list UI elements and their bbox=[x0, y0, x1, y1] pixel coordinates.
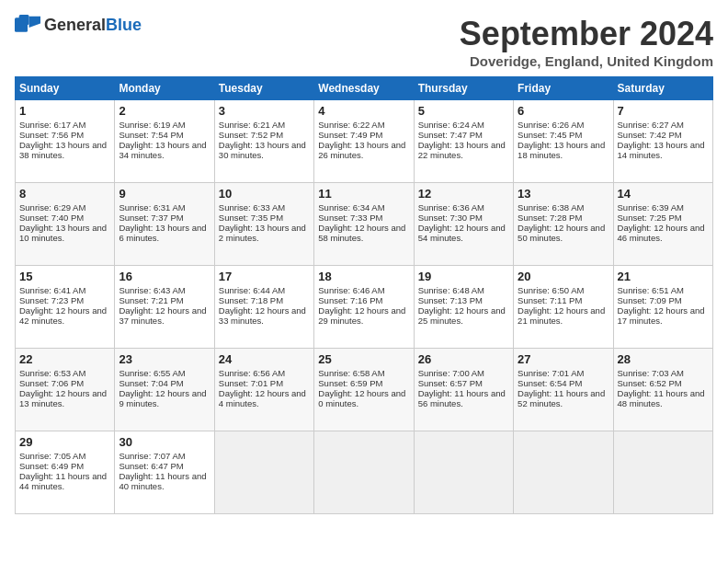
sunset-time: Sunset: 7:40 PM bbox=[19, 213, 110, 223]
sunrise-time: Sunrise: 6:51 AM bbox=[618, 285, 709, 295]
day-number: 8 bbox=[19, 187, 110, 201]
day-number: 26 bbox=[418, 352, 509, 366]
svg-rect-1 bbox=[19, 15, 29, 25]
calendar-week-row: 29Sunrise: 7:05 AMSunset: 6:49 PMDayligh… bbox=[16, 431, 713, 514]
calendar-cell: 27Sunrise: 7:01 AMSunset: 6:54 PMDayligh… bbox=[514, 349, 613, 431]
day-number: 28 bbox=[618, 352, 709, 366]
daylight-hours: Daylight: 11 hours and 52 minutes. bbox=[518, 388, 609, 408]
day-number: 7 bbox=[618, 104, 709, 118]
calendar-cell bbox=[414, 431, 513, 514]
daylight-hours: Daylight: 12 hours and 46 minutes. bbox=[618, 223, 709, 243]
daylight-hours: Daylight: 11 hours and 40 minutes. bbox=[119, 471, 210, 491]
calendar-cell: 23Sunrise: 6:55 AMSunset: 7:04 PMDayligh… bbox=[115, 349, 214, 431]
calendar-cell: 12Sunrise: 6:36 AMSunset: 7:30 PMDayligh… bbox=[414, 183, 513, 266]
calendar-cell: 1Sunrise: 6:17 AMSunset: 7:56 PMDaylight… bbox=[16, 100, 115, 183]
calendar-cell: 24Sunrise: 6:56 AMSunset: 7:01 PMDayligh… bbox=[214, 349, 313, 431]
day-number: 14 bbox=[618, 187, 709, 201]
calendar-cell: 8Sunrise: 6:29 AMSunset: 7:40 PMDaylight… bbox=[16, 183, 115, 266]
sunrise-time: Sunrise: 6:48 AM bbox=[418, 285, 509, 295]
calendar-cell: 15Sunrise: 6:41 AMSunset: 7:23 PMDayligh… bbox=[16, 266, 115, 349]
day-number: 27 bbox=[518, 352, 609, 366]
sunrise-time: Sunrise: 6:53 AM bbox=[19, 368, 110, 378]
sunrise-time: Sunrise: 6:55 AM bbox=[119, 368, 210, 378]
calendar-cell: 13Sunrise: 6:38 AMSunset: 7:28 PMDayligh… bbox=[514, 183, 613, 266]
daylight-hours: Daylight: 12 hours and 25 minutes. bbox=[418, 305, 509, 326]
location: Doveridge, England, United Kingdom bbox=[460, 53, 713, 69]
calendar-cell: 6Sunrise: 6:26 AMSunset: 7:45 PMDaylight… bbox=[514, 100, 613, 183]
daylight-hours: Daylight: 13 hours and 6 minutes. bbox=[119, 223, 210, 243]
daylight-hours: Daylight: 12 hours and 58 minutes. bbox=[318, 223, 409, 243]
sunset-time: Sunset: 7:35 PM bbox=[219, 213, 310, 223]
daylight-hours: Daylight: 13 hours and 34 minutes. bbox=[119, 140, 210, 160]
calendar-cell: 19Sunrise: 6:48 AMSunset: 7:13 PMDayligh… bbox=[414, 266, 513, 349]
day-number: 22 bbox=[19, 352, 110, 366]
logo: GeneralBlue bbox=[15, 15, 142, 35]
sunrise-time: Sunrise: 6:34 AM bbox=[318, 202, 409, 213]
sunrise-time: Sunrise: 6:36 AM bbox=[418, 202, 509, 213]
sunset-time: Sunset: 6:57 PM bbox=[418, 378, 509, 388]
day-number: 15 bbox=[19, 270, 110, 283]
daylight-hours: Daylight: 13 hours and 26 minutes. bbox=[318, 140, 409, 160]
day-number: 19 bbox=[418, 270, 509, 283]
daylight-hours: Daylight: 12 hours and 42 minutes. bbox=[19, 305, 110, 326]
daylight-hours: Daylight: 13 hours and 14 minutes. bbox=[618, 140, 709, 160]
sunrise-time: Sunrise: 7:03 AM bbox=[618, 368, 709, 378]
daylight-hours: Daylight: 12 hours and 54 minutes. bbox=[418, 223, 509, 243]
daylight-hours: Daylight: 12 hours and 17 minutes. bbox=[618, 305, 709, 326]
title-area: September 2024 Doveridge, England, Unite… bbox=[460, 15, 713, 69]
sunrise-time: Sunrise: 7:01 AM bbox=[518, 368, 609, 378]
daylight-hours: Daylight: 12 hours and 50 minutes. bbox=[518, 223, 609, 243]
sunset-time: Sunset: 7:49 PM bbox=[318, 130, 409, 140]
calendar-cell: 30Sunrise: 7:07 AMSunset: 6:47 PMDayligh… bbox=[115, 431, 214, 514]
calendar-cell: 29Sunrise: 7:05 AMSunset: 6:49 PMDayligh… bbox=[16, 431, 115, 514]
sunset-time: Sunset: 6:47 PM bbox=[119, 461, 210, 471]
sunrise-time: Sunrise: 6:26 AM bbox=[518, 120, 609, 130]
daylight-hours: Daylight: 13 hours and 18 minutes. bbox=[518, 140, 609, 160]
calendar-cell: 28Sunrise: 7:03 AMSunset: 6:52 PMDayligh… bbox=[613, 349, 712, 431]
daylight-hours: Daylight: 13 hours and 10 minutes. bbox=[19, 223, 110, 243]
sunrise-time: Sunrise: 7:00 AM bbox=[418, 368, 509, 378]
calendar-cell bbox=[613, 431, 712, 514]
day-of-week-header: Tuesday bbox=[214, 77, 313, 100]
day-number: 10 bbox=[219, 187, 310, 201]
sunrise-time: Sunrise: 6:21 AM bbox=[219, 120, 310, 130]
day-number: 23 bbox=[119, 352, 210, 366]
sunset-time: Sunset: 7:30 PM bbox=[418, 213, 509, 223]
daylight-hours: Daylight: 11 hours and 48 minutes. bbox=[618, 388, 709, 408]
daylight-hours: Daylight: 13 hours and 22 minutes. bbox=[418, 140, 509, 160]
sunset-time: Sunset: 7:37 PM bbox=[119, 213, 210, 223]
calendar-cell: 22Sunrise: 6:53 AMSunset: 7:06 PMDayligh… bbox=[16, 349, 115, 431]
day-of-week-header: Thursday bbox=[414, 77, 513, 100]
calendar-week-row: 1Sunrise: 6:17 AMSunset: 7:56 PMDaylight… bbox=[16, 100, 713, 183]
logo-icon bbox=[15, 15, 40, 35]
sunrise-time: Sunrise: 6:27 AM bbox=[618, 120, 709, 130]
logo-text-general: General bbox=[44, 16, 106, 34]
day-number: 20 bbox=[518, 270, 609, 283]
sunrise-time: Sunrise: 6:44 AM bbox=[219, 285, 310, 295]
sunset-time: Sunset: 7:04 PM bbox=[119, 378, 210, 388]
sunrise-time: Sunrise: 6:19 AM bbox=[119, 120, 210, 130]
day-number: 3 bbox=[219, 104, 310, 118]
sunset-time: Sunset: 7:56 PM bbox=[19, 130, 110, 140]
daylight-hours: Daylight: 13 hours and 30 minutes. bbox=[219, 140, 310, 160]
day-number: 9 bbox=[119, 187, 210, 201]
header: GeneralBlue September 2024 Doveridge, En… bbox=[15, 15, 713, 69]
day-number: 13 bbox=[518, 187, 609, 201]
day-number: 6 bbox=[518, 104, 609, 118]
sunset-time: Sunset: 7:18 PM bbox=[219, 295, 310, 305]
calendar-cell: 17Sunrise: 6:44 AMSunset: 7:18 PMDayligh… bbox=[214, 266, 313, 349]
daylight-hours: Daylight: 12 hours and 9 minutes. bbox=[119, 388, 210, 408]
day-number: 5 bbox=[418, 104, 509, 118]
sunset-time: Sunset: 6:52 PM bbox=[618, 378, 709, 388]
sunset-time: Sunset: 7:28 PM bbox=[518, 213, 609, 223]
sunset-time: Sunset: 6:49 PM bbox=[19, 461, 110, 471]
sunrise-time: Sunrise: 6:50 AM bbox=[518, 285, 609, 295]
sunset-time: Sunset: 7:23 PM bbox=[19, 295, 110, 305]
calendar-header-row: SundayMondayTuesdayWednesdayThursdayFrid… bbox=[16, 77, 713, 100]
calendar-cell: 25Sunrise: 6:58 AMSunset: 6:59 PMDayligh… bbox=[314, 349, 414, 431]
daylight-hours: Daylight: 13 hours and 2 minutes. bbox=[219, 223, 310, 243]
day-number: 25 bbox=[318, 352, 409, 366]
day-of-week-header: Wednesday bbox=[314, 77, 414, 100]
sunset-time: Sunset: 7:16 PM bbox=[318, 295, 409, 305]
sunset-time: Sunset: 7:45 PM bbox=[518, 130, 609, 140]
